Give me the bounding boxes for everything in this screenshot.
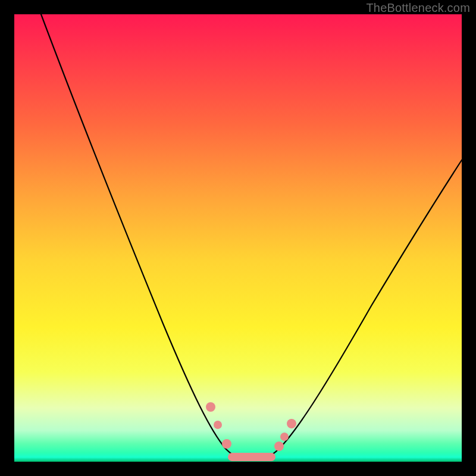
bottleneck-curve: [14, 14, 462, 462]
curve-path: [41, 14, 462, 461]
plot-area: [14, 14, 462, 462]
curve-marker: [214, 421, 222, 429]
curve-marker: [206, 402, 215, 412]
curve-marker: [287, 419, 296, 428]
curve-marker: [274, 441, 284, 451]
curve-marker: [222, 439, 231, 449]
watermark-text: TheBottleneck.com: [366, 1, 470, 15]
curve-marker: [280, 433, 289, 441]
